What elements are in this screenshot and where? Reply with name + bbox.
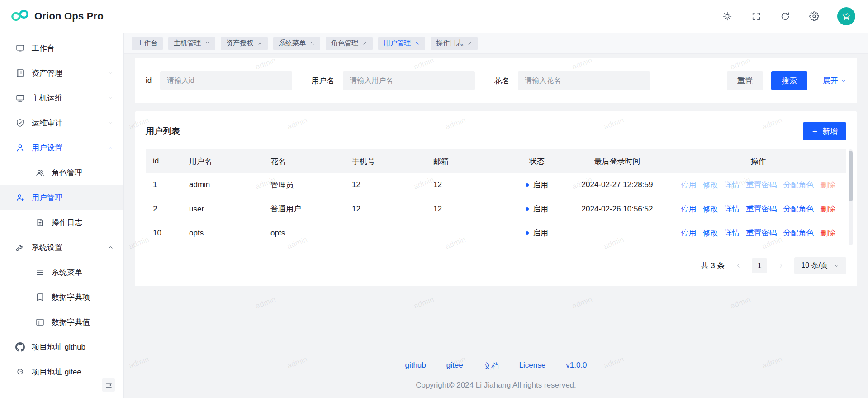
sidebar-item-workbench[interactable]: 工作台 (0, 36, 123, 61)
menu-lines-icon (35, 268, 45, 277)
pagination-page-1[interactable]: 1 (752, 258, 767, 273)
tab-asset-authorization[interactable]: 资产授权 (221, 37, 268, 50)
tab-label: 主机管理 (174, 39, 201, 48)
footer-link-gitee[interactable]: gitee (446, 361, 463, 371)
id-input[interactable] (160, 71, 292, 90)
sidebar-item-label: 项目地址 gitee (32, 367, 81, 377)
sidebar-item-audit[interactable]: 运维审计 (0, 110, 123, 135)
table-grid-icon (35, 317, 45, 327)
close-icon[interactable] (310, 41, 315, 46)
refresh-icon[interactable] (779, 10, 791, 22)
tab-operation-log[interactable]: 操作日志 (431, 37, 478, 50)
tab-label: 工作台 (137, 39, 157, 48)
close-icon[interactable] (257, 41, 262, 46)
action-reset-password[interactable]: 重置密码 (746, 180, 777, 190)
action-reset-password[interactable]: 重置密码 (746, 204, 777, 214)
field-label: id (146, 76, 152, 85)
sidebar-item-user-settings[interactable]: 用户设置 (0, 135, 123, 160)
brand[interactable]: Orion Ops Pro (11, 6, 104, 26)
tab-workbench[interactable]: 工作台 (132, 37, 163, 50)
sidebar-item-label: 用户管理 (32, 192, 62, 203)
close-icon[interactable] (467, 41, 472, 46)
row-actions: 停用 修改 详情 重置密码 分配角色 删除 (678, 228, 839, 238)
expand-toggle[interactable]: 展开 (823, 76, 846, 86)
column-header: 花名 (263, 149, 345, 173)
reset-button[interactable]: 重置 (727, 71, 763, 90)
chevron-down-icon (108, 120, 114, 126)
chevron-down-icon (108, 95, 114, 101)
settings-gear-icon[interactable] (808, 10, 820, 22)
action-disable[interactable]: 停用 (681, 228, 697, 238)
tab-system-menu[interactable]: 系统菜单 (273, 37, 320, 50)
action-edit[interactable]: 修改 (703, 228, 718, 238)
username-input[interactable] (343, 71, 475, 90)
tab-label: 资产授权 (226, 39, 253, 48)
github-icon (15, 342, 25, 352)
tab-label: 操作日志 (436, 39, 463, 48)
sidebar-item-label: 运维审计 (32, 118, 62, 128)
theme-toggle-icon[interactable] (721, 10, 733, 22)
tab-role-management[interactable]: 角色管理 (326, 37, 373, 50)
pagination-next-button[interactable] (775, 260, 787, 272)
column-header: 操作 (670, 149, 846, 173)
sidebar-item-dict-values[interactable]: 数据字典值 (0, 310, 123, 335)
nickname-input[interactable] (518, 71, 650, 90)
footer-link-docs[interactable]: 文档 (484, 361, 499, 371)
status-dot-icon (526, 207, 529, 211)
action-assign-role[interactable]: 分配角色 (783, 228, 814, 238)
workbench-icon (15, 43, 25, 53)
action-disable[interactable]: 停用 (681, 180, 697, 190)
close-icon[interactable] (415, 41, 420, 46)
add-user-button[interactable]: 新增 (803, 122, 846, 140)
action-assign-role[interactable]: 分配角色 (783, 180, 814, 190)
user-avatar[interactable]: 管 (837, 7, 855, 25)
fullscreen-icon[interactable] (750, 10, 762, 22)
action-detail[interactable]: 详情 (725, 204, 740, 214)
action-edit[interactable]: 修改 (703, 204, 718, 214)
action-disable[interactable]: 停用 (681, 204, 697, 214)
scrollbar-thumb[interactable] (849, 151, 853, 201)
chevron-left-icon (735, 262, 742, 269)
expand-label: 展开 (823, 76, 838, 86)
pagination-prev-button[interactable] (732, 260, 744, 272)
page-size-select[interactable]: 10 条/页 (794, 257, 846, 274)
sidebar-item-host-ops[interactable]: 主机运维 (0, 86, 123, 110)
tab-user-management[interactable]: 用户管理 (378, 37, 425, 50)
table-scrollbar[interactable] (849, 149, 853, 245)
table-row[interactable]: 10 opts opts 启用 停用 修改 (146, 221, 846, 245)
sidebar-item-label: 数据字典值 (52, 317, 90, 327)
user-list-card: 用户列表 新增 (135, 111, 857, 286)
footer: github gitee 文档 License v1.0.0 Copyright… (135, 357, 857, 392)
action-delete[interactable]: 删除 (821, 204, 836, 214)
sidebar-item-system-menu[interactable]: 系统菜单 (0, 260, 123, 285)
sidebar-item-user-management[interactable]: 用户管理 (0, 185, 123, 210)
main-area: adminadminadminadminadminadminadminadmin… (124, 33, 868, 398)
table-row[interactable]: 1 admin 管理员 12 12 启用 2024-02-27 12:28:59… (146, 173, 846, 197)
status-dot-icon (526, 183, 529, 187)
status-dot-icon (526, 231, 529, 235)
cell-last-login (564, 221, 670, 245)
footer-link-github[interactable]: github (405, 361, 426, 371)
action-detail[interactable]: 详情 (725, 180, 740, 190)
action-delete[interactable]: 删除 (821, 228, 836, 238)
action-edit[interactable]: 修改 (703, 180, 718, 190)
close-icon[interactable] (362, 41, 367, 46)
footer-link-version[interactable]: v1.0.0 (566, 361, 587, 371)
table-row[interactable]: 2 user 普通用户 12 12 启用 2024-02-26 10:56:52… (146, 197, 846, 221)
sidebar-item-system-settings[interactable]: 系统设置 (0, 235, 123, 260)
sidebar-item-assets[interactable]: 资产管理 (0, 61, 123, 86)
search-button[interactable]: 搜索 (771, 71, 807, 90)
tab-host-management[interactable]: 主机管理 (168, 37, 215, 50)
log-file-icon (35, 218, 45, 227)
action-assign-role[interactable]: 分配角色 (783, 204, 814, 214)
action-delete[interactable]: 删除 (821, 180, 836, 190)
sidebar-item-role-management[interactable]: 角色管理 (0, 160, 123, 185)
footer-link-license[interactable]: License (519, 361, 546, 371)
close-icon[interactable] (205, 41, 210, 46)
sidebar-item-github[interactable]: 项目地址 github (0, 335, 123, 360)
action-detail[interactable]: 详情 (725, 228, 740, 238)
sidebar-item-operation-log[interactable]: 操作日志 (0, 210, 123, 235)
action-reset-password[interactable]: 重置密码 (746, 228, 777, 238)
sidebar-collapse-button[interactable] (102, 378, 115, 392)
sidebar-item-dict-keys[interactable]: 数据字典项 (0, 285, 123, 310)
